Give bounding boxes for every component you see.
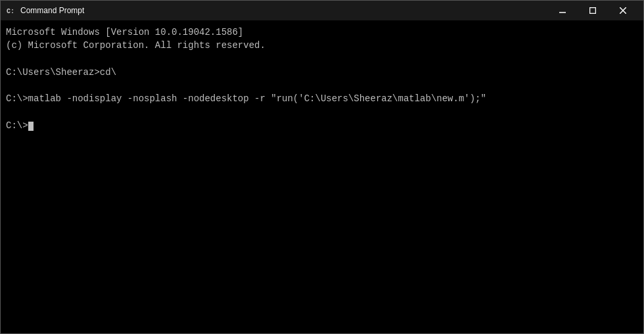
cmd-icon: C: (6, 5, 16, 16)
console-line-1: Microsoft Windows [Version 10.0.19042.15… (6, 26, 638, 39)
window-title: Command Prompt (20, 6, 547, 15)
close-button[interactable] (608, 1, 638, 20)
console-line-2: (c) Microsoft Corporation. All rights re… (6, 39, 638, 52)
console-line-prompt: C:\> (6, 119, 638, 132)
minimize-button[interactable] (547, 1, 578, 20)
console-line-3 (6, 53, 638, 66)
console-line-6: C:\>matlab -nodisplay -nosplash -nodedes… (6, 92, 638, 105)
title-bar-controls (547, 1, 638, 20)
svg-text:C:: C: (7, 8, 14, 15)
title-bar: C: Command Prompt (1, 1, 643, 20)
cmd-window: C: Command Prompt Microsoft Windows [Ver… (0, 0, 644, 334)
console-line-7 (6, 106, 638, 119)
maximize-button[interactable] (578, 1, 608, 20)
console-output[interactable]: Microsoft Windows [Version 10.0.19042.15… (1, 20, 643, 333)
console-line-5 (6, 79, 638, 92)
cursor-blink (28, 122, 34, 131)
console-line-4: C:\Users\Sheeraz>cd\ (6, 66, 638, 79)
svg-rect-3 (590, 8, 596, 14)
